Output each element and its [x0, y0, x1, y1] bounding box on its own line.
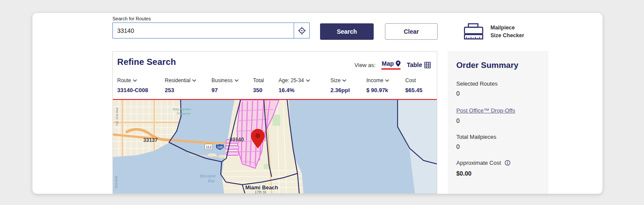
mailpiece-size-checker-link[interactable]: Mailpiece Size Checker	[463, 22, 524, 41]
zip-label-33137: 33137	[143, 137, 158, 143]
bay-label-line2: Bay	[208, 179, 215, 183]
view-as-switcher: View as: Map Table	[355, 60, 431, 70]
main-card: Search for Routes Search Clear	[32, 13, 602, 194]
avenue-label-top: NE 2nd Ave	[115, 107, 119, 125]
approximate-cost-item: Approximate Cost $0.00	[456, 160, 540, 177]
view-table-toggle[interactable]: Table	[407, 61, 431, 68]
business-filter[interactable]: Business	[211, 77, 239, 83]
total-header: Total	[253, 77, 264, 83]
approximate-cost-value: $0.00	[456, 170, 540, 177]
selected-routes-item: Selected Routes 0	[456, 80, 540, 97]
search-button[interactable]: Search	[320, 23, 374, 40]
bay-label-line1: Biscayne	[200, 174, 215, 178]
highway-shield-112: 112	[205, 144, 212, 150]
drop-offs-value: 0	[456, 117, 540, 124]
chevron-down-icon	[342, 79, 346, 82]
column-income: Income $ 90.97k	[366, 76, 389, 93]
mailpiece-label-line1: Mailpiece	[490, 24, 524, 32]
mailpiece-label-line2: Size Checker	[490, 32, 524, 39]
mailpiece-ruler-icon	[463, 22, 484, 41]
svg-text:195: 195	[217, 145, 222, 149]
search-input[interactable]	[113, 23, 294, 38]
total-mailpieces-label: Total Mailpieces	[456, 134, 540, 140]
info-icon[interactable]	[505, 160, 510, 167]
residential-filter[interactable]: Residential	[165, 77, 196, 83]
column-residential: Residential 253	[165, 76, 196, 93]
order-summary-title: Order Summary	[456, 61, 540, 70]
chevron-down-icon	[385, 79, 389, 82]
selected-routes-label: Selected Routes	[456, 80, 540, 87]
column-route: Route 33140-C008	[117, 76, 148, 93]
selected-routes-value: 0	[456, 90, 540, 97]
view-map-toggle[interactable]: Map	[381, 60, 400, 70]
approximate-cost-label: Approximate Cost	[456, 160, 501, 166]
svg-text:112: 112	[206, 145, 212, 149]
total-mailpieces-value: 0	[456, 143, 540, 150]
zip-label-33140: 33140	[230, 137, 244, 143]
chevron-down-icon	[234, 79, 239, 82]
age-filter[interactable]: Age: 25-34	[279, 77, 310, 83]
locate-button[interactable]	[294, 23, 309, 38]
column-size: Size 2.36ppl	[330, 76, 350, 93]
refine-search-title: Refine Search	[117, 57, 176, 67]
street-label: 17th St	[255, 190, 266, 193]
chevron-down-icon	[306, 79, 310, 82]
refine-search-panel: Refine Search View as: Map Table	[112, 51, 437, 194]
income-filter[interactable]: Income	[366, 77, 389, 83]
avenue-label-bottom: 2nd Ave	[114, 176, 118, 188]
table-grid-icon	[424, 62, 431, 68]
column-total: Total 350	[253, 76, 264, 93]
search-label: Search for Routes	[112, 16, 151, 21]
preserve-label-line2: Preserve	[177, 112, 191, 115]
map-pin-icon	[396, 61, 400, 67]
route-stats-row: Route 33140-C008 Residential 253 Busines…	[113, 76, 437, 99]
chevron-down-icon	[133, 79, 137, 82]
preserve-label-line1: Bay Aquatic	[173, 107, 191, 111]
route-filter[interactable]: Route	[117, 77, 137, 83]
column-age: Age: 25-34 16.4%	[279, 76, 310, 93]
crosshair-icon	[298, 26, 306, 35]
chevron-down-icon	[192, 79, 196, 82]
search-group	[112, 22, 310, 38]
column-cost: Cost $65.45	[405, 76, 423, 93]
order-summary-panel: Order Summary Selected Routes 0 Post Off…	[448, 51, 548, 194]
route-map[interactable]: 112 195 33137 33140 Miami Beach 17th St …	[113, 100, 437, 193]
view-as-label: View as:	[355, 62, 376, 68]
clear-button[interactable]: Clear	[385, 23, 438, 40]
total-mailpieces-item: Total Mailpieces 0	[456, 134, 540, 150]
column-business: Business 97	[211, 76, 239, 93]
cost-header: Cost	[405, 77, 416, 83]
size-filter[interactable]: Size	[330, 77, 346, 83]
drop-offs-item: Post Office™ Drop-Offs 0	[456, 106, 540, 124]
post-office-drop-offs-link[interactable]: Post Office™ Drop-Offs	[456, 107, 515, 114]
